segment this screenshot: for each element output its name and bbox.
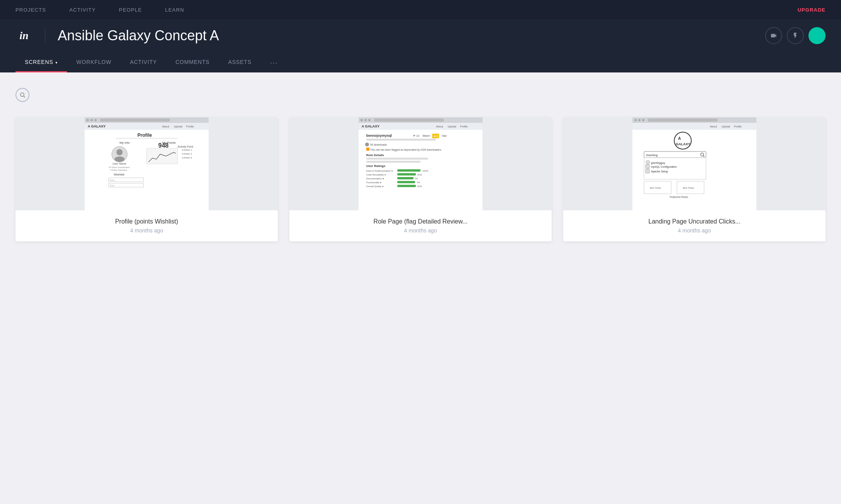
svg-text:mySQL Configuration: mySQL Configuration bbox=[651, 165, 677, 169]
svg-text:Upload: Upload bbox=[174, 125, 182, 128]
svg-text:👁 13: 👁 13 bbox=[413, 134, 420, 137]
screen-thumbnail-landing: About Upload Profile A GALAXY Geerling bbox=[563, 117, 826, 210]
svg-point-78 bbox=[642, 119, 645, 121]
svg-text:About: About bbox=[436, 125, 443, 128]
svg-rect-64 bbox=[397, 173, 416, 175]
upgrade-button[interactable]: UPGRADE bbox=[798, 7, 826, 13]
avatar[interactable] bbox=[808, 27, 826, 44]
svg-rect-58 bbox=[366, 161, 421, 163]
search-bar bbox=[15, 88, 826, 102]
svg-text:Functionality ●: Functionality ● bbox=[366, 181, 382, 184]
svg-text:bennojoymysql: bennojoymysql bbox=[366, 134, 392, 138]
svg-text:User Ratings: User Ratings bbox=[366, 164, 386, 168]
screen-card-role[interactable]: A GALAXY About Upload Profile bennojoymy… bbox=[289, 117, 552, 241]
svg-point-3 bbox=[87, 119, 89, 121]
svg-text:Role: Role bbox=[110, 179, 115, 181]
svg-text:My Info: My Info bbox=[120, 141, 130, 144]
svg-rect-61 bbox=[397, 169, 421, 172]
svg-text:10/10: 10/10 bbox=[423, 170, 429, 172]
svg-text:Profile: Profile bbox=[186, 125, 194, 128]
logo-divider bbox=[45, 28, 45, 43]
svg-rect-38 bbox=[374, 119, 444, 122]
screen-card-landing[interactable]: About Upload Profile A GALAXY Geerling bbox=[563, 117, 826, 241]
nav-activity[interactable]: ACTIVITY bbox=[69, 7, 96, 13]
svg-text:Ease of Implementation ●: Ease of Implementation ● bbox=[366, 170, 393, 172]
header-left: in Ansible Galaxy Concept A bbox=[15, 27, 219, 44]
project-title: Ansible Galaxy Concept A bbox=[58, 28, 219, 44]
svg-point-36 bbox=[365, 119, 367, 121]
nav-learn[interactable]: LEARN bbox=[165, 7, 184, 13]
project-header: in Ansible Galaxy Concept A SCREENS▾ bbox=[0, 19, 841, 72]
svg-text:User Name: User Name bbox=[113, 162, 127, 165]
svg-text:★ 8: ★ 8 bbox=[433, 135, 438, 138]
svg-text:A GALAXY: A GALAXY bbox=[362, 124, 380, 128]
subnav-workflow[interactable]: WORKFLOW bbox=[67, 53, 120, 72]
svg-text:Item Three: Item Three bbox=[683, 187, 695, 189]
search-button[interactable] bbox=[15, 88, 29, 102]
nav-people[interactable]: PEOPLE bbox=[119, 7, 142, 13]
screen-time-profile: 4 months ago bbox=[23, 227, 270, 234]
screen-name-landing: Landing Page Uncurated Clicks... bbox=[571, 218, 818, 225]
subnav-screens[interactable]: SCREENS▾ bbox=[15, 53, 67, 72]
svg-text:Documentation ●: Documentation ● bbox=[366, 177, 384, 180]
svg-point-52 bbox=[365, 143, 369, 146]
subnav-more[interactable]: ··· bbox=[261, 53, 287, 72]
svg-rect-70 bbox=[397, 181, 415, 183]
video-camera-icon bbox=[770, 32, 777, 39]
svg-rect-6 bbox=[100, 119, 170, 122]
screen-card-profile[interactable]: A GALAXY About Upload Profile Profile My… bbox=[15, 117, 278, 241]
svg-text:geerlingguy: geerlingguy bbox=[651, 162, 666, 165]
svg-point-0 bbox=[21, 93, 24, 96]
svg-rect-97 bbox=[646, 169, 650, 173]
svg-text:About: About bbox=[162, 125, 169, 128]
screen-info-role: Role Page (flag Detailed Review... 4 mon… bbox=[289, 210, 552, 241]
subnav-comments[interactable]: COMMENTS bbox=[166, 53, 219, 72]
svg-point-4 bbox=[91, 119, 93, 121]
svg-point-37 bbox=[368, 119, 371, 121]
subnav-assets[interactable]: ASSETS bbox=[219, 53, 261, 72]
svg-point-35 bbox=[361, 119, 363, 121]
svg-rect-57 bbox=[366, 158, 428, 160]
lightning-button[interactable] bbox=[787, 27, 804, 44]
video-button[interactable] bbox=[765, 27, 782, 44]
screen-info-profile: Profile (points Wishlist) 4 months ago bbox=[15, 210, 278, 241]
svg-rect-25 bbox=[147, 148, 178, 164]
svg-line-1 bbox=[24, 96, 25, 98]
svg-text:50 downloads: 50 downloads bbox=[370, 143, 387, 146]
top-nav-links: PROJECTS ACTIVITY PEOPLE LEARN bbox=[15, 7, 184, 13]
svg-text:5 Roles Uploaded: 5 Roles Uploaded bbox=[110, 169, 127, 171]
svg-text:A GALAXY: A GALAXY bbox=[88, 124, 106, 128]
logo[interactable]: in bbox=[15, 27, 33, 44]
svg-point-18 bbox=[117, 149, 123, 155]
svg-text:Item Three: Item Three bbox=[650, 187, 662, 189]
svg-rect-79 bbox=[648, 119, 718, 122]
svg-text:This role has been flagged as : This role has been flagged as deprecated… bbox=[370, 148, 442, 151]
svg-text:948: 948 bbox=[158, 142, 169, 149]
svg-rect-67 bbox=[397, 177, 414, 179]
svg-point-76 bbox=[635, 119, 637, 121]
svg-text:Upload: Upload bbox=[722, 125, 730, 128]
svg-text:∧ Action 3: ∧ Action 3 bbox=[182, 157, 193, 159]
svg-text:Geerling: Geerling bbox=[646, 153, 658, 157]
svg-text:Apache Setup: Apache Setup bbox=[651, 170, 668, 173]
svg-point-85 bbox=[674, 132, 691, 149]
nav-projects[interactable]: PROJECTS bbox=[15, 7, 46, 13]
main-content: A GALAXY About Upload Profile Profile My… bbox=[0, 72, 841, 504]
svg-text:∧ Action 1: ∧ Action 1 bbox=[182, 149, 193, 151]
screen-name-profile: Profile (points Wishlist) bbox=[23, 218, 270, 225]
svg-text:About: About bbox=[710, 125, 717, 128]
svg-text:Featured Roles: Featured Roles bbox=[670, 196, 688, 198]
svg-rect-12 bbox=[85, 130, 209, 210]
svg-text:Wishlist: Wishlist bbox=[114, 173, 125, 176]
svg-rect-92 bbox=[644, 158, 706, 179]
screen-thumbnail-profile: A GALAXY About Upload Profile Profile My… bbox=[15, 117, 278, 210]
svg-text:∧ Action 2: ∧ Action 2 bbox=[182, 153, 193, 155]
svg-rect-95 bbox=[646, 165, 650, 169]
svg-text:Overall Quality ●: Overall Quality ● bbox=[366, 185, 384, 187]
screen-time-role: 4 months ago bbox=[297, 227, 544, 234]
svg-text:7/0: 7/0 bbox=[415, 177, 418, 180]
svg-text:Upload: Upload bbox=[448, 125, 456, 128]
svg-rect-73 bbox=[397, 185, 416, 187]
sub-nav: SCREENS▾ WORKFLOW ACTIVITY COMMENTS ASSE… bbox=[15, 53, 826, 72]
subnav-activity[interactable]: ACTIVITY bbox=[121, 53, 166, 72]
